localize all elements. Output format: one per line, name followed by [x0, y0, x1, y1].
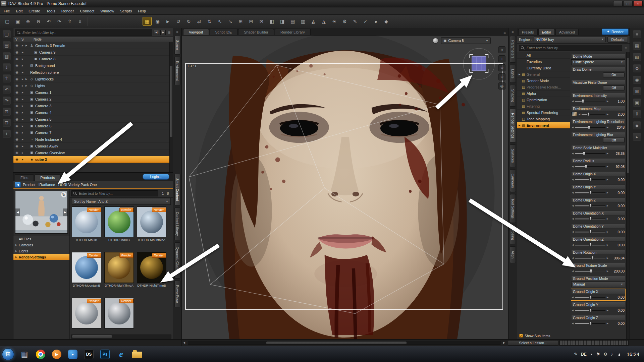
toolbar-icon[interactable]: ✓: [361, 17, 370, 26]
selectable-pointer-icon[interactable]: ▸: [20, 44, 25, 47]
property-toggle-button[interactable]: On: [603, 72, 625, 77]
pane-tab[interactable]: Scene: [174, 36, 180, 55]
side-tool-icon[interactable]: ◆: [633, 121, 641, 129]
toolbar-icon[interactable]: ⊠: [257, 17, 266, 26]
settings-group-row[interactable]: ▶ ▤ General: [517, 71, 570, 78]
scene-node-row[interactable]: ◉ ▸ ▶ Camera 7: [13, 129, 169, 136]
slider-handle[interactable]: [587, 112, 590, 116]
slider-increment-icon[interactable]: ▶: [606, 204, 609, 207]
property-dropdown[interactable]: Manual ▼: [571, 282, 625, 287]
scene-node-row[interactable]: ◉ ▸ ▶ Camera 5: [13, 116, 169, 123]
property-value[interactable]: 2048: [610, 125, 625, 129]
visibility-eye-icon[interactable]: ◉: [14, 104, 20, 108]
settings-filter-input[interactable]: [526, 46, 621, 50]
slider-increment-icon[interactable]: ▶: [606, 309, 609, 312]
side-tool-icon[interactable]: ⚙: [633, 64, 641, 72]
system-clock[interactable]: 16:24: [625, 351, 639, 357]
notification-flag-icon[interactable]: ⚑: [596, 352, 600, 357]
slider-handle[interactable]: [589, 204, 592, 207]
environment-map-thumbnail[interactable]: [571, 112, 577, 116]
settings-group-row[interactable]: ▶ ▤ Currently Used: [517, 65, 570, 71]
slider-increment-icon[interactable]: ▶: [606, 257, 609, 259]
slider-handle[interactable]: [589, 321, 592, 325]
toolbar-icon[interactable]: ◭: [309, 17, 318, 26]
engine-dropdown[interactable]: NVIDIA Iray ▼: [534, 37, 606, 42]
pane-tab[interactable]: Content Library: [174, 207, 180, 240]
minimize-button[interactable]: ─: [613, 1, 623, 6]
side-tool-icon[interactable]: ◉: [633, 76, 641, 84]
menu-item[interactable]: Connect: [77, 8, 97, 14]
visibility-eye-icon[interactable]: ◉: [14, 117, 20, 121]
file-tool-icon[interactable]: ↶: [3, 85, 11, 94]
settings-group-row[interactable]: ▶ ▤ Spectral Rendering: [517, 110, 570, 116]
filter-next-button[interactable]: ▶: [160, 30, 166, 35]
product-thumbnail[interactable]: Render DTHDR-NightTimeB: [137, 252, 166, 292]
property-value[interactable]: 0.00: [610, 295, 625, 299]
selectable-pointer-icon[interactable]: ▸: [20, 77, 25, 81]
toolbar-icon[interactable]: ☀: [330, 17, 339, 26]
slider-handle[interactable]: [585, 165, 587, 168]
scroll-left-icon[interactable]: ◀: [182, 341, 186, 344]
side-tool-icon[interactable]: ≡: [633, 30, 641, 38]
pane-tab[interactable]: Surfaces: [510, 144, 516, 167]
hdri-sphere-image[interactable]: Render: [104, 252, 134, 283]
settings-group-row[interactable]: ▶ ▤ Alpha: [517, 90, 570, 97]
property-slider[interactable]: [575, 164, 605, 169]
property-toggle-button[interactable]: Off: [603, 85, 625, 90]
slider-increment-icon[interactable]: ▶: [606, 191, 609, 194]
toolbar-icon[interactable]: ►: [163, 17, 172, 26]
pane-tab[interactable]: Shaping: [510, 85, 516, 107]
viewport-tab[interactable]: Render Library: [275, 29, 311, 35]
slider-increment-icon[interactable]: ▶: [606, 113, 609, 116]
selectable-pointer-icon[interactable]: ▸: [20, 90, 25, 94]
side-tool-icon[interactable]: ▦: [633, 42, 641, 50]
app-grid-icon[interactable]: ▦: [19, 349, 30, 360]
property-value[interactable]: 92.08: [610, 165, 625, 169]
camera-selector[interactable]: ▣ Camera 5 ▼: [441, 37, 491, 44]
slider-decrement-icon[interactable]: ◀: [571, 152, 574, 155]
pane-tab[interactable]: Parameters: [510, 36, 516, 63]
slider-decrement-icon[interactable]: ◀: [571, 322, 574, 325]
visibility-eye-icon[interactable]: ◉: [14, 57, 20, 61]
property-value[interactable]: 0.00: [610, 321, 625, 325]
network-icon[interactable]: [616, 352, 621, 356]
category-row[interactable]: ▶ All Files: [13, 236, 69, 242]
toolbar-icon[interactable]: ▦: [143, 17, 152, 26]
slider-handle[interactable]: [589, 217, 592, 221]
visibility-eye-icon[interactable]: ◉: [14, 144, 20, 148]
property-slider[interactable]: [575, 255, 605, 260]
slider-decrement-icon[interactable]: ◀: [571, 257, 574, 259]
slider-decrement-icon[interactable]: ◀: [571, 178, 574, 181]
file-tool-icon[interactable]: ↷: [3, 97, 11, 105]
scene-node-row[interactable]: ◉ ▸ ▶ Lights: [13, 82, 169, 89]
slider-decrement-icon[interactable]: ◀: [578, 113, 581, 116]
slider-increment-icon[interactable]: ▶: [606, 165, 609, 168]
scene-node-row[interactable]: ◉ ▸ ▶ cube 3: [13, 156, 169, 163]
visibility-eye-icon[interactable]: ◉: [14, 44, 20, 47]
selectable-pointer-icon[interactable]: ▸: [20, 84, 25, 87]
menu-item[interactable]: Help: [135, 8, 149, 14]
property-value[interactable]: 0.00: [610, 217, 625, 221]
toolbar-icon[interactable]: ⇄: [195, 17, 204, 26]
timeline-frames[interactable]: [559, 340, 629, 346]
settings-scrollbar[interactable]: [626, 52, 630, 339]
slider-increment-icon[interactable]: ▶: [606, 152, 609, 155]
tab-files[interactable]: Files: [15, 174, 34, 181]
toolbar-icon[interactable]: ↘: [226, 17, 235, 26]
visibility-eye-icon[interactable]: ◉: [14, 131, 20, 134]
viewport-h-scrollbar[interactable]: [188, 341, 500, 345]
scene-scrollbar[interactable]: [169, 42, 173, 172]
slider-decrement-icon[interactable]: ◀: [571, 309, 574, 312]
settings-group-row[interactable]: ▶ ▤ Optimization: [517, 97, 570, 103]
back-button[interactable]: ◀: [15, 182, 21, 188]
property-value[interactable]: 2.00: [610, 112, 625, 116]
slider-decrement-icon[interactable]: ◀: [571, 191, 574, 194]
checkbox-checked-icon[interactable]: ✓: [519, 334, 523, 338]
pane-tab[interactable]: Environment: [174, 57, 180, 85]
visibility-eye-icon[interactable]: ◉: [14, 151, 20, 155]
toolbar-icon[interactable]: ⚙: [340, 17, 349, 26]
start-button[interactable]: ⊞: [2, 348, 14, 360]
visibility-eye-icon[interactable]: ◉: [14, 158, 20, 161]
hdri-sphere-image[interactable]: Render: [72, 252, 101, 283]
expand-arrow-icon[interactable]: ▶: [25, 84, 29, 87]
